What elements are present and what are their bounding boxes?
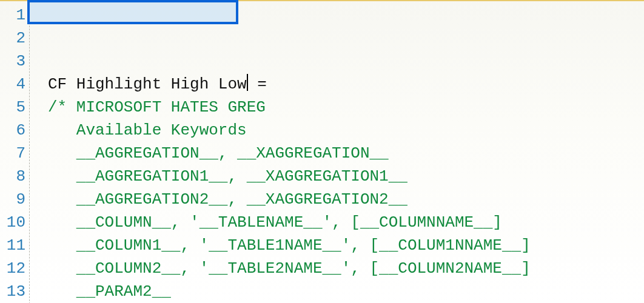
line-number: 10: [0, 211, 29, 234]
code-line[interactable]: __AGGREGATION2__, __XAGGREGATION2__: [48, 188, 644, 211]
code-text: __COLUMN__, '__TABLENAME__', [__COLUMNNA…: [76, 213, 502, 231]
code-line[interactable]: __PARAM2__: [48, 280, 644, 303]
line-number: 8: [0, 165, 29, 188]
line-number: 12: [0, 257, 29, 280]
code-editor[interactable]: 12345678910111213 CF Highlight High Low …: [0, 0, 644, 303]
code-text: Available Keywords: [76, 121, 247, 139]
line-number: 13: [0, 280, 29, 303]
indent: [48, 190, 76, 208]
line-number-gutter: 12345678910111213: [0, 1, 30, 303]
indent: [48, 259, 76, 278]
code-text: __AGGREGATION2__, __XAGGREGATION2__: [76, 190, 408, 208]
code-area[interactable]: CF Highlight High Low =/* MICROSOFT HATE…: [30, 1, 644, 303]
code-text: __AGGREGATION1__, __XAGGREGATION1__: [76, 167, 408, 185]
line-number: 4: [0, 73, 29, 96]
line-number: 1: [0, 4, 29, 27]
code-text: /* MICROSOFT HATES GREG: [48, 98, 266, 116]
indent: [48, 282, 76, 301]
line-number: 2: [0, 27, 29, 50]
line-number: 9: [0, 188, 29, 211]
line-number: 5: [0, 96, 29, 119]
code-line[interactable]: Available Keywords: [48, 119, 644, 142]
code-text: __COLUMN1__, '__TABLE1NAME__', [__COLUM1…: [76, 236, 531, 255]
code-line[interactable]: __COLUMN__, '__TABLENAME__', [__COLUMNNA…: [48, 211, 644, 234]
line-number: 6: [0, 119, 29, 142]
line-number: 11: [0, 234, 29, 257]
selection-highlight: [27, 0, 238, 24]
code-line[interactable]: CF Highlight High Low =: [48, 73, 644, 96]
code-text: __AGGREGATION__, __XAGGREGATION__: [76, 144, 389, 162]
code-line[interactable]: __COLUMN1__, '__TABLE1NAME__', [__COLUM1…: [48, 234, 644, 257]
indent: [48, 167, 76, 185]
code-line[interactable]: __COLUMN2__, '__TABLE2NAME__', [__COLUMN…: [48, 257, 644, 280]
code-line[interactable]: __AGGREGATION1__, __XAGGREGATION1__: [48, 165, 644, 188]
code-line[interactable]: /* MICROSOFT HATES GREG: [48, 96, 644, 119]
code-text: __PARAM2__: [76, 282, 171, 301]
line-number: 7: [0, 142, 29, 165]
code-text: CF Highlight High Low: [48, 75, 247, 93]
indent: [48, 236, 76, 255]
line-number: 3: [0, 50, 29, 73]
code-line[interactable]: __AGGREGATION__, __XAGGREGATION__: [48, 142, 644, 165]
indent: [48, 121, 76, 139]
indent: [48, 213, 76, 231]
code-text: =: [248, 75, 267, 93]
code-text: __COLUMN2__, '__TABLE2NAME__', [__COLUMN…: [76, 259, 531, 278]
indent: [48, 144, 76, 162]
